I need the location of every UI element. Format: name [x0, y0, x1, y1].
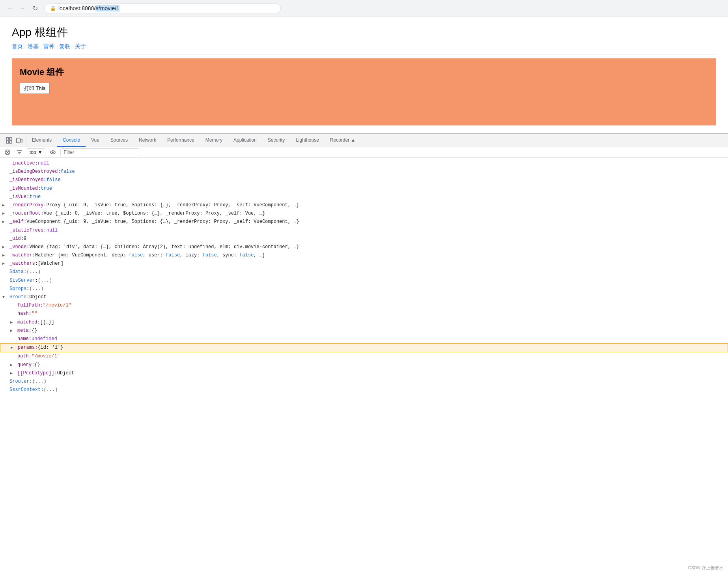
- console-line: ▶ meta: {}: [0, 327, 728, 335]
- console-value: Proxy {_uid: 9, _isVue: true, $options: …: [47, 202, 299, 209]
- console-key: $route: [9, 294, 26, 301]
- console-value: false: [47, 176, 61, 184]
- console-value: Watcher {vm: VueComponent, deep: false, …: [35, 252, 265, 259]
- console-line: ▶ get $attrs: f reactiveGetter(): [0, 394, 728, 395]
- svg-point-13: [52, 151, 54, 153]
- console-line: fullPath: "/movie/1": [0, 301, 728, 310]
- console-key: params: [18, 344, 35, 352]
- console-line: ▶ _renderProxy: Proxy {_uid: 9, _isVue: …: [0, 201, 728, 209]
- tab-security[interactable]: Security: [262, 134, 290, 147]
- console-line: _staticTrees: null: [0, 226, 728, 235]
- browser-chrome: ← → ↻ 🔒 localhost:8080/#/movie/1: [0, 0, 728, 17]
- console-line: _uid: 9: [0, 235, 728, 243]
- console-line: ▶ _routerRoot: Vue {_uid: 0, _isVue: tru…: [0, 209, 728, 218]
- svg-rect-1: [9, 138, 12, 140]
- console-line: ▶ [[Prototype]]: Object: [0, 369, 728, 378]
- eye-icon-btn[interactable]: [49, 149, 57, 156]
- console-line: ▶ _self: VueComponent {_uid: 9, _isVue: …: [0, 218, 728, 226]
- svg-rect-5: [21, 139, 22, 142]
- console-key: _staticTrees: [9, 227, 43, 234]
- console-value: VueComponent {_uid: 9, _isVue: true, $op…: [26, 218, 299, 226]
- console-value: VNode {tag: 'div', data: {…}, children: …: [29, 243, 299, 251]
- tab-lighthouse[interactable]: Lighthouse: [290, 134, 325, 147]
- expand-toggle[interactable]: ▶: [2, 219, 5, 225]
- device-toolbar-icon-btn[interactable]: [15, 136, 24, 145]
- devtools-toolbar: Elements Console Vue Sources Network Per…: [0, 134, 728, 147]
- console-key: _isDestroyed: [9, 176, 43, 184]
- expand-toggle[interactable]: ▶: [2, 244, 5, 251]
- tab-elements[interactable]: Elements: [26, 134, 57, 147]
- address-url: localhost:8080/#/movie/1: [58, 5, 119, 11]
- expand-toggle[interactable]: ▼: [2, 294, 5, 301]
- expand-toggle[interactable]: ▶: [2, 252, 5, 259]
- nav-link-about[interactable]: 关于: [75, 43, 86, 50]
- console-value: undefined: [32, 335, 57, 343]
- nav-link-fulian[interactable]: 复联: [59, 43, 70, 50]
- console-key: _watchers: [9, 260, 35, 267]
- filter-icon-btn[interactable]: [15, 149, 24, 156]
- console-key: _renderProxy: [9, 202, 43, 209]
- tab-memory[interactable]: Memory: [200, 134, 228, 147]
- inspect-icon-btn[interactable]: [5, 136, 13, 145]
- console-line: $router: (...): [0, 378, 728, 386]
- nav-link-home[interactable]: 首页: [12, 43, 23, 50]
- expand-toggle[interactable]: ▶: [2, 211, 5, 217]
- console-key: _isVue: [9, 193, 26, 201]
- expand-toggle[interactable]: ▶: [10, 362, 13, 368]
- context-selector[interactable]: top ▼: [27, 148, 45, 156]
- expand-toggle[interactable]: ▶: [10, 320, 13, 326]
- tab-recorder[interactable]: Recorder ▲: [325, 134, 361, 147]
- console-line-params: ▶ params: {id: '1'}: [0, 343, 728, 352]
- tab-performance[interactable]: Performance: [162, 134, 200, 147]
- console-key: _self: [9, 218, 24, 226]
- devtools: Elements Console Vue Sources Network Per…: [0, 133, 728, 395]
- console-value: Vue {_uid: 0, _isVue: true, $options: {……: [43, 210, 265, 217]
- expand-toggle[interactable]: ▶: [10, 370, 13, 377]
- console-line: _isDestroyed: false: [0, 176, 728, 184]
- console-output: _inactive: null _isBeingDestroyed: false…: [0, 158, 728, 395]
- forward-button[interactable]: →: [17, 3, 28, 13]
- console-line: hash: "": [0, 310, 728, 318]
- console-value: null: [38, 160, 49, 167]
- expand-toggle[interactable]: ▶: [2, 202, 5, 209]
- console-value: {}: [34, 361, 40, 369]
- back-button[interactable]: ←: [5, 3, 15, 13]
- print-button[interactable]: 打印 This: [20, 83, 50, 94]
- console-value: true: [41, 185, 52, 193]
- tab-application[interactable]: Application: [228, 134, 262, 147]
- console-key: _watcher: [9, 252, 32, 259]
- console-value: 9: [24, 235, 26, 243]
- nav-link-luoji[interactable]: 洛基: [28, 43, 39, 50]
- console-key: $ssrContext: [9, 386, 41, 394]
- page-divider: [12, 54, 716, 54]
- tab-console[interactable]: Console: [57, 134, 86, 147]
- lock-icon: 🔒: [50, 6, 56, 11]
- tab-network[interactable]: Network: [133, 134, 162, 147]
- tab-vue[interactable]: Vue: [86, 134, 105, 147]
- nav-link-leishen[interactable]: 雷神: [43, 43, 54, 50]
- console-value: true: [29, 193, 41, 201]
- address-bar[interactable]: 🔒 localhost:8080/#/movie/1: [44, 3, 281, 13]
- console-key: _uid: [9, 235, 21, 243]
- clear-console-button[interactable]: [3, 149, 12, 156]
- console-line: ▶ _watchers: [Watcher]: [0, 260, 728, 268]
- svg-rect-0: [6, 138, 9, 140]
- expand-toggle[interactable]: ▶: [11, 345, 13, 351]
- console-line: $ssrContext: (...): [0, 386, 728, 394]
- console-line: $props: (...): [0, 285, 728, 293]
- console-key: $isServer: [9, 277, 35, 284]
- tab-sources[interactable]: Sources: [105, 134, 133, 147]
- console-line: ▶ matched: [{…}]: [0, 318, 728, 327]
- console-key: _routerRoot: [9, 210, 41, 217]
- context-label: top: [30, 150, 36, 155]
- console-value: "/movie/1": [43, 302, 71, 309]
- console-filter-input[interactable]: [60, 148, 139, 156]
- console-key: $props: [9, 285, 26, 293]
- expand-toggle[interactable]: ▶: [2, 261, 5, 267]
- reload-button[interactable]: ↻: [30, 3, 40, 13]
- console-key: path: [17, 353, 29, 360]
- console-line: _isVue: true: [0, 193, 728, 201]
- console-line: name: undefined: [0, 335, 728, 343]
- expand-toggle[interactable]: ▶: [10, 328, 13, 334]
- svg-rect-4: [17, 138, 20, 143]
